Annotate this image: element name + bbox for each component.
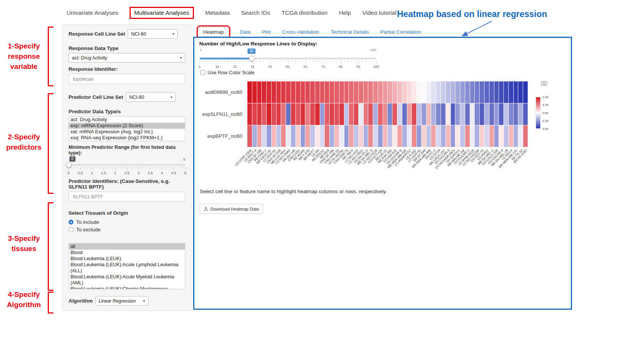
heatmap-cell	[296, 125, 300, 147]
response-lines-slider[interactable]: 1 100 30 1112131415161718191100	[200, 48, 376, 70]
tab-data[interactable]: Data	[240, 29, 251, 35]
heatmap-cell	[286, 103, 291, 125]
nav-item-univariate-analyses[interactable]: Univariate Analyses	[67, 9, 118, 16]
tissue-option-blood-leukemia-leuk-acute-myeloid-leukemia-aml[interactable]: Blood:Leukemia (LEUK):Acute Myeloid Leuk…	[69, 274, 185, 286]
tissue-option-blood-leukemia-leuk-chronic-myelogenous-leukemia-cml[interactable]: Blood:Leukemia (LEUK):Chronic Myelogenou…	[69, 286, 185, 289]
heatmap-cell	[383, 103, 388, 125]
tissue-option-blood[interactable]: Blood	[69, 250, 185, 256]
predictor-data-types-label: Predictor Data Type/s	[69, 109, 185, 114]
nav-item-metadata[interactable]: Metadata	[205, 9, 230, 16]
heatmap-cell	[286, 81, 291, 103]
heatmap-cell	[465, 81, 470, 103]
tissue-option-blood-leukemia-leuk[interactable]: Blood:Leukemia (LEUK)	[69, 256, 185, 262]
heatmap-cell	[247, 125, 252, 147]
heatmap-cell	[339, 103, 344, 125]
heatmap-cell	[262, 81, 266, 103]
camera-icon[interactable]	[541, 80, 548, 87]
predictor-identifiers-input[interactable]	[69, 192, 185, 202]
nav-item-tcga-distribution[interactable]: TCGA distribution	[281, 9, 327, 16]
heatmap-cell	[305, 103, 310, 125]
heatmap-cell	[402, 81, 407, 103]
tab-partial-correlation[interactable]: Partial Correlation	[380, 29, 421, 35]
tissue-radio-to-exclude[interactable]: To exclude	[69, 226, 185, 233]
heatmap-cell	[436, 103, 441, 125]
algorithm-label: Algorithm	[69, 298, 93, 304]
datatype-option-xsq-rna-seq-expression-log2-fpkm-1[interactable]: xsq: RNA-seq Expression (log2 FPKM+1.)	[69, 135, 185, 141]
heatmap-cell	[514, 103, 518, 125]
heatmap-cell	[368, 125, 373, 147]
radio-label: To exclude	[76, 227, 101, 232]
colorbar-ticks: 1.000.750.500.250.00	[542, 97, 554, 129]
predictor-datatype-listbox[interactable]: act: Drug Activityexp: mRNA Expression (…	[69, 116, 185, 141]
step-note-2: 2-Specify predictors	[1, 132, 47, 152]
tissue-option-all[interactable]: all	[69, 243, 185, 250]
heatmap-cell	[378, 125, 383, 147]
heatmap-row-label-act609699-nci60[interactable]: act609699_nci60	[194, 81, 245, 103]
heatmap-cell	[320, 81, 325, 103]
heatmap-row-label-expbptf-nci60[interactable]: expBPTF_nci60	[194, 125, 245, 147]
heatmap-cell	[417, 103, 421, 125]
heatmap-cell	[518, 125, 523, 147]
heatmap-cell	[480, 81, 484, 103]
response-data-type-select[interactable]: act: Drug Activity ▾	[69, 53, 185, 62]
response-identifier-input[interactable]	[69, 74, 185, 84]
heatmap-cell	[247, 103, 252, 125]
heatmap-cell	[257, 125, 262, 147]
heatmap-cell	[427, 125, 431, 147]
tissue-radio-to-include[interactable]: To include	[69, 218, 185, 226]
predictor-cell-line-set-select[interactable]: NCI-60 ▾	[126, 92, 176, 102]
sidebar: Response Cell Line Set NCI-60 ▾ Response…	[63, 24, 191, 311]
heatmap-row-label-expslfn11-nci60[interactable]: expSLFN11_nci60	[194, 103, 245, 125]
app-root: Univariate AnalysesMultivariate Analyses…	[0, 0, 644, 362]
heatmap-grid[interactable]	[247, 81, 528, 147]
heatmap-cell	[407, 81, 412, 103]
heatmap-cell	[407, 125, 412, 147]
heatmap-cell	[277, 125, 281, 147]
heatmap-cell	[523, 103, 528, 125]
heatmap-cell	[354, 81, 358, 103]
nav-item-video-tutorial[interactable]: Video tutorial	[362, 9, 396, 16]
heatmap-cell	[296, 103, 300, 125]
tab-cross-validation[interactable]: Cross-Validation	[282, 29, 319, 35]
row-color-scale-checkbox[interactable]	[200, 70, 205, 75]
tissue-listbox[interactable]: allBloodBlood:Leukemia (LEUK)Blood:Leuke…	[69, 243, 185, 289]
tab-technical-details[interactable]: Technical Details	[331, 29, 369, 35]
slider-track[interactable]	[69, 164, 185, 166]
heatmap-cell	[291, 81, 295, 103]
chevron-down-icon: ▾	[170, 95, 172, 99]
nav-item-help[interactable]: Help	[339, 9, 351, 16]
heatmap-cell	[272, 81, 276, 103]
heatmap-cell	[460, 125, 465, 147]
heatmap-cell	[523, 81, 528, 103]
heatmap-cell	[480, 103, 484, 125]
heatmap-cell	[354, 103, 358, 125]
row-color-scale-option[interactable]: Use Row Color Scale	[200, 70, 255, 75]
slider-max-label: 100	[370, 48, 376, 52]
response-cell-line-set-select[interactable]: NCI-60 ▾	[128, 29, 178, 39]
heatmap-cell	[339, 125, 344, 147]
heatmap-cell	[378, 103, 383, 125]
tab-plot[interactable]: Plot	[262, 29, 270, 35]
nav-item-search-ids[interactable]: Search IDs	[241, 9, 270, 16]
heatmap-cell	[388, 125, 392, 147]
slider-grid: 00.511.522.533.544.55	[69, 167, 185, 175]
datatype-option-act-drug-activity[interactable]: act: Drug Activity	[69, 117, 185, 123]
download-heatmap-button[interactable]: Download Heatmap Data	[200, 204, 263, 214]
bracket-3	[48, 202, 53, 291]
heatmap-cell	[349, 81, 353, 103]
nav-item-multivariate-analyses[interactable]: Multivariate Analyses	[130, 7, 194, 19]
heatmap-cell	[412, 125, 416, 147]
datatype-option-xai-mrna-expression-avg-log2-int[interactable]: xai: mRNA Expression (Avg. log2 Int.)	[69, 129, 185, 135]
tab-heatmap[interactable]: Heatmap	[199, 27, 228, 37]
min-predictor-range-slider[interactable]: 0 5 00.511.522.533.544.55	[69, 156, 185, 175]
heatmap-cell	[509, 103, 513, 125]
step-note-3: 3-Specify tissues	[1, 233, 47, 254]
slider-fill	[200, 58, 252, 59]
datatype-option-exp-mrna-expression-z-score[interactable]: exp: mRNA Expression (Z-Score)	[69, 123, 185, 129]
heatmap-cell	[417, 125, 421, 147]
tissue-option-blood-leukemia-leuk-acute-lymphoid-leukemia-all[interactable]: Blood:Leukemia (LEUK):Acute Lymphoid Leu…	[69, 262, 185, 274]
heatmap-cell	[359, 103, 363, 125]
algorithm-select[interactable]: Linear Regression ▾	[95, 296, 148, 306]
heatmap-cell	[518, 81, 523, 103]
heatmap-cell	[494, 81, 499, 103]
